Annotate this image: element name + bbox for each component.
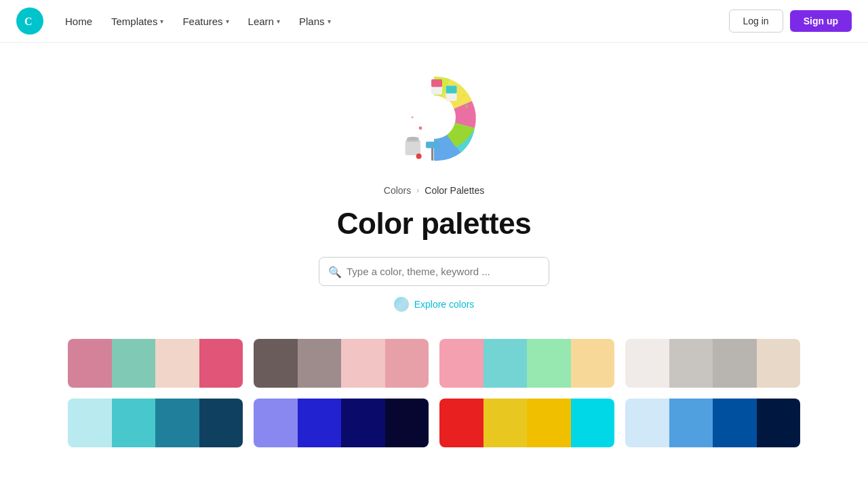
color-swatch bbox=[68, 339, 112, 388]
color-swatch bbox=[385, 339, 429, 388]
color-swatch bbox=[713, 399, 757, 447]
page-title: Color palettes bbox=[337, 207, 531, 241]
svg-point-5 bbox=[416, 154, 422, 159]
color-swatch bbox=[757, 399, 801, 447]
learn-chevron-icon: ▾ bbox=[277, 18, 280, 25]
color-swatch bbox=[757, 339, 801, 388]
templates-chevron-icon: ▾ bbox=[160, 18, 163, 25]
color-swatch bbox=[254, 399, 298, 447]
palette-card[interactable] bbox=[68, 339, 243, 388]
canva-logo-icon: C bbox=[22, 13, 38, 29]
color-swatch bbox=[254, 339, 298, 388]
color-swatch bbox=[527, 399, 571, 447]
svg-rect-10 bbox=[431, 79, 442, 87]
color-palette-svg bbox=[380, 63, 488, 171]
color-swatch bbox=[341, 339, 385, 388]
color-swatch bbox=[484, 339, 528, 388]
svg-point-16 bbox=[462, 94, 465, 96]
features-chevron-icon: ▾ bbox=[226, 18, 229, 25]
palette-card[interactable] bbox=[439, 339, 614, 388]
nav-links: Home Templates ▾ Features ▾ Learn ▾ Plan… bbox=[57, 10, 729, 33]
svg-text:C: C bbox=[24, 16, 33, 27]
svg-rect-8 bbox=[426, 142, 439, 148]
svg-point-4 bbox=[407, 137, 419, 140]
color-swatch bbox=[298, 339, 342, 388]
svg-point-15 bbox=[465, 105, 469, 108]
color-swatch bbox=[713, 339, 757, 388]
color-swatch bbox=[155, 399, 199, 447]
color-swatch bbox=[439, 339, 484, 388]
palette-card[interactable] bbox=[254, 339, 429, 388]
breadcrumb-current: Color Palettes bbox=[425, 185, 484, 196]
nav-item-templates[interactable]: Templates ▾ bbox=[103, 10, 172, 33]
nav-item-features[interactable]: Features ▾ bbox=[174, 10, 237, 33]
color-swatch bbox=[527, 339, 571, 388]
palette-grid bbox=[68, 339, 800, 447]
palettes-section bbox=[0, 339, 868, 474]
login-button[interactable]: Log in bbox=[729, 9, 783, 33]
palette-card[interactable] bbox=[68, 399, 243, 447]
canva-logo[interactable]: C bbox=[16, 7, 43, 35]
svg-rect-12 bbox=[446, 86, 457, 94]
color-swatch bbox=[112, 339, 156, 388]
color-swatch bbox=[625, 399, 669, 447]
color-swatch bbox=[341, 399, 385, 447]
nav-right: Log in Sign up bbox=[729, 9, 852, 33]
search-icon: 🔍 bbox=[328, 265, 342, 278]
breadcrumb-parent[interactable]: Colors bbox=[384, 185, 411, 196]
svg-point-13 bbox=[419, 127, 422, 130]
svg-rect-2 bbox=[406, 140, 420, 155]
plans-chevron-icon: ▾ bbox=[328, 18, 331, 25]
explore-dot-icon bbox=[394, 297, 409, 312]
color-swatch bbox=[199, 399, 243, 447]
color-swatch bbox=[571, 399, 615, 447]
color-swatch bbox=[484, 399, 528, 447]
explore-colors-label: Explore colors bbox=[414, 299, 475, 310]
color-swatch bbox=[625, 339, 669, 388]
search-container: 🔍 bbox=[319, 257, 549, 286]
svg-point-14 bbox=[411, 116, 413, 118]
nav-item-plans[interactable]: Plans ▾ bbox=[291, 10, 339, 33]
color-swatch bbox=[68, 399, 112, 447]
color-swatch bbox=[669, 399, 713, 447]
search-input[interactable] bbox=[319, 257, 549, 286]
color-swatch bbox=[571, 339, 615, 388]
navbar: C Home Templates ▾ Features ▾ Learn ▾ Pl… bbox=[0, 0, 868, 43]
breadcrumb-separator: › bbox=[416, 186, 419, 195]
color-wheel-illustration bbox=[380, 63, 488, 171]
palette-card[interactable] bbox=[625, 339, 800, 388]
color-swatch bbox=[155, 339, 199, 388]
color-swatch bbox=[669, 339, 713, 388]
palette-card[interactable] bbox=[439, 399, 614, 447]
color-swatch bbox=[439, 399, 484, 447]
palette-card[interactable] bbox=[625, 399, 800, 447]
color-swatch bbox=[112, 399, 156, 447]
color-swatch bbox=[199, 339, 243, 388]
color-swatch bbox=[298, 399, 342, 447]
breadcrumb: Colors › Color Palettes bbox=[384, 185, 484, 196]
nav-item-learn[interactable]: Learn ▾ bbox=[240, 10, 288, 33]
explore-colors-link[interactable]: Explore colors bbox=[394, 297, 475, 312]
nav-item-home[interactable]: Home bbox=[57, 10, 100, 33]
hero-section: Colors › Color Palettes Color palettes 🔍… bbox=[0, 43, 868, 339]
color-swatch bbox=[385, 399, 429, 447]
palette-card[interactable] bbox=[254, 399, 429, 447]
signup-button[interactable]: Sign up bbox=[790, 10, 852, 32]
